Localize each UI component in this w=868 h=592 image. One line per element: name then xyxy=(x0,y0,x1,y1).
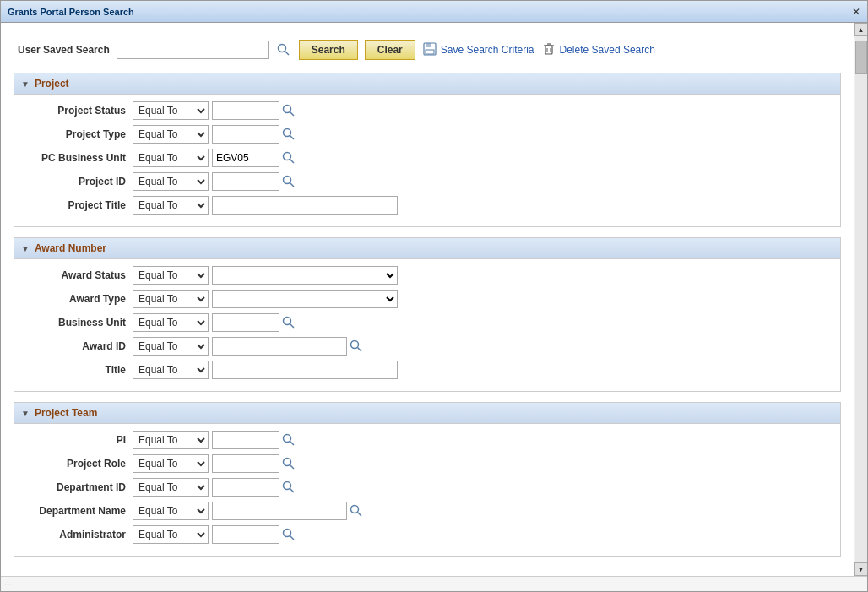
delete-saved-label: Delete Saved Search xyxy=(560,44,655,56)
scrollbar-track[interactable] xyxy=(855,36,867,562)
award-id-value[interactable] xyxy=(212,337,347,356)
project-id-operator[interactable]: Equal ToNot Equal To xyxy=(133,172,209,191)
project-status-value[interactable] xyxy=(212,101,279,120)
saved-search-lookup-icon[interactable] xyxy=(275,41,292,58)
project-type-value[interactable] xyxy=(212,125,279,144)
pi-value[interactable] xyxy=(212,431,279,449)
administrator-operator[interactable]: Equal ToNot Equal To xyxy=(133,525,209,544)
administrator-label: Administrator xyxy=(23,529,133,540)
project-id-value[interactable] xyxy=(212,172,279,191)
scroll-down-button[interactable]: ▼ xyxy=(854,562,868,576)
business-unit-value[interactable] xyxy=(212,313,279,332)
scroll-up-button[interactable]: ▲ xyxy=(854,23,868,36)
department-name-lookup-icon[interactable] xyxy=(349,503,364,519)
project-collapse-arrow[interactable]: ▼ xyxy=(21,79,30,89)
title-bar: Grants Portal Person Search ✕ xyxy=(1,1,867,23)
award-title-operator[interactable]: Equal ToNot Equal To xyxy=(133,361,209,379)
department-id-lookup-icon[interactable] xyxy=(281,480,296,495)
award-status-operator[interactable]: Equal ToNot Equal To xyxy=(133,266,209,285)
award-title-value[interactable] xyxy=(212,361,398,379)
close-button[interactable]: ✕ xyxy=(852,6,860,18)
project-status-lookup-icon[interactable] xyxy=(281,103,296,118)
project-status-label: Project Status xyxy=(23,105,133,117)
pi-operator[interactable]: Equal ToNot Equal To xyxy=(133,431,209,449)
project-team-section-header[interactable]: ▼ Project Team xyxy=(14,403,840,424)
award-status-value[interactable] xyxy=(212,266,398,285)
project-status-operator[interactable]: Equal ToNot Equal ToGreater ThanLess Tha… xyxy=(133,101,209,120)
svg-line-23 xyxy=(290,442,295,446)
pc-business-unit-operator[interactable]: Equal ToNot Equal To xyxy=(133,149,209,167)
department-name-label: Department Name xyxy=(23,505,133,517)
administrator-value[interactable] xyxy=(212,525,279,544)
department-name-value[interactable] xyxy=(212,502,347,520)
business-unit-operator[interactable]: Equal ToNot Equal To xyxy=(133,313,209,332)
pc-business-unit-value[interactable] xyxy=(212,149,279,167)
search-button[interactable]: Search xyxy=(299,40,358,60)
svg-point-24 xyxy=(284,459,291,466)
pi-label: PI xyxy=(23,434,133,446)
project-team-collapse-arrow[interactable]: ▼ xyxy=(21,409,30,418)
project-team-section-body: PI Equal ToNot Equal To Project Role Equ… xyxy=(14,424,840,556)
toolbar: User Saved Search Search Clear xyxy=(14,31,841,73)
business-unit-row: Business Unit Equal ToNot Equal To xyxy=(23,313,832,332)
department-name-row: Department Name Equal ToNot Equal To xyxy=(23,502,832,520)
svg-rect-3 xyxy=(426,43,431,47)
svg-point-16 xyxy=(284,177,291,184)
main-content: User Saved Search Search Clear xyxy=(1,23,854,576)
status-bar: ··· xyxy=(1,576,867,591)
department-id-value[interactable] xyxy=(212,478,279,497)
content-area: User Saved Search Search Clear xyxy=(1,23,867,576)
administrator-row: Administrator Equal ToNot Equal To xyxy=(23,525,832,544)
project-role-operator[interactable]: Equal ToNot Equal To xyxy=(133,454,209,473)
project-team-section-title: Project Team xyxy=(35,407,97,419)
project-section-body: Project Status Equal ToNot Equal ToGreat… xyxy=(14,95,840,226)
award-number-collapse-arrow[interactable]: ▼ xyxy=(21,244,30,253)
trash-icon xyxy=(541,41,556,59)
svg-line-31 xyxy=(290,536,295,540)
project-title-operator[interactable]: Equal ToNot Equal To xyxy=(133,196,209,215)
user-saved-search-input[interactable] xyxy=(117,41,269,59)
project-status-row: Project Status Equal ToNot Equal ToGreat… xyxy=(23,101,832,120)
project-role-value[interactable] xyxy=(212,454,279,473)
project-section: ▼ Project Project Status Equal ToNot Equ… xyxy=(14,73,841,227)
save-criteria-link[interactable]: Save Search Criteria xyxy=(422,41,534,59)
project-id-lookup-icon[interactable] xyxy=(281,174,296,189)
svg-line-13 xyxy=(290,136,295,140)
delete-saved-link[interactable]: Delete Saved Search xyxy=(541,41,655,59)
project-role-lookup-icon[interactable] xyxy=(281,456,296,471)
save-icon xyxy=(422,41,437,59)
svg-point-26 xyxy=(284,482,291,490)
svg-point-0 xyxy=(278,45,285,52)
award-type-value[interactable] xyxy=(212,290,398,308)
user-saved-search-label: User Saved Search xyxy=(18,44,110,56)
award-title-row: Title Equal ToNot Equal To xyxy=(23,361,832,379)
project-title-value[interactable] xyxy=(212,196,398,215)
project-type-operator[interactable]: Equal ToNot Equal To xyxy=(133,125,209,144)
svg-line-17 xyxy=(290,183,295,187)
administrator-lookup-icon[interactable] xyxy=(281,527,296,542)
project-section-header[interactable]: ▼ Project xyxy=(14,73,840,95)
pc-business-unit-lookup-icon[interactable] xyxy=(281,150,296,166)
award-type-operator[interactable]: Equal ToNot Equal To xyxy=(133,290,209,308)
department-id-operator[interactable]: Equal ToNot Equal To xyxy=(133,478,209,497)
status-dots: ··· xyxy=(4,579,11,589)
award-number-section-header[interactable]: ▼ Award Number xyxy=(14,238,840,259)
award-type-row: Award Type Equal ToNot Equal To xyxy=(23,290,832,308)
pi-lookup-icon[interactable] xyxy=(281,432,296,448)
award-number-section-title: Award Number xyxy=(35,242,106,254)
svg-point-30 xyxy=(284,530,291,537)
svg-line-27 xyxy=(290,489,295,493)
department-name-operator[interactable]: Equal ToNot Equal To xyxy=(133,502,209,520)
svg-point-22 xyxy=(284,435,291,443)
scrollbar-thumb[interactable] xyxy=(855,41,867,74)
department-id-label: Department ID xyxy=(23,481,133,493)
clear-button[interactable]: Clear xyxy=(365,40,415,60)
business-unit-lookup-icon[interactable] xyxy=(281,315,296,330)
svg-line-25 xyxy=(290,465,295,470)
award-id-lookup-icon[interactable] xyxy=(349,339,364,354)
award-id-operator[interactable]: Equal ToNot Equal To xyxy=(133,337,209,356)
project-team-section: ▼ Project Team PI Equal ToNot Equal To xyxy=(14,402,841,557)
award-number-section-body: Award Status Equal ToNot Equal To Award … xyxy=(14,259,840,391)
project-type-lookup-icon[interactable] xyxy=(281,127,296,142)
window-title: Grants Portal Person Search xyxy=(8,7,134,17)
